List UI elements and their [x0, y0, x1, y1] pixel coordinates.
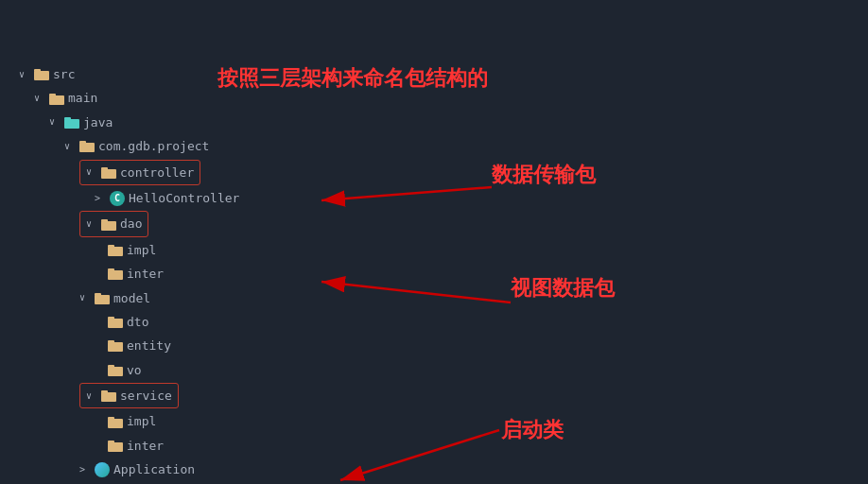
svg-rect-1 — [34, 69, 41, 72]
main-container: 按照三层架构来命名包结构的 src main — [0, 47, 868, 484]
tree-row-service: service — [79, 382, 378, 409]
svg-rect-12 — [108, 247, 123, 256]
svg-rect-4 — [64, 119, 79, 129]
label-model: model — [113, 287, 150, 309]
arrow-service — [86, 388, 97, 405]
label-com: com.gdb.project — [98, 135, 209, 157]
folder-icon-service-inter — [108, 440, 123, 452]
label-vo: vo — [127, 359, 142, 381]
svg-rect-24 — [101, 392, 116, 402]
arrow-hellocontroller — [95, 190, 106, 207]
title-annotation: 按照三层架构来命名包结构的 — [217, 64, 488, 93]
annotation-startup: 启动类 — [501, 416, 564, 444]
folder-icon-com — [79, 140, 95, 152]
svg-rect-10 — [101, 221, 116, 231]
svg-rect-17 — [95, 293, 101, 296]
tree-row-com: com.gdb.project — [64, 134, 378, 158]
folder-icon-dao-inter — [108, 268, 123, 280]
arrow-controller — [86, 164, 97, 181]
folder-icon-dao-impl — [108, 244, 123, 256]
svg-rect-0 — [34, 71, 49, 80]
svg-rect-25 — [101, 390, 108, 393]
folder-icon-dto — [108, 316, 123, 328]
svg-rect-18 — [108, 319, 123, 328]
tree-row-dto: dto — [95, 310, 378, 334]
arrow-java — [49, 113, 61, 130]
svg-rect-28 — [108, 442, 123, 452]
svg-rect-29 — [108, 441, 114, 443]
label-main: main — [68, 87, 97, 109]
tree-row-dao-inter: inter — [95, 262, 378, 285]
folder-icon-vo — [108, 364, 123, 376]
svg-rect-8 — [101, 169, 116, 179]
svg-rect-13 — [108, 245, 114, 248]
folder-icon-entity — [108, 339, 123, 352]
class-icon-c: C — [110, 191, 125, 206]
tree-row-vo: vo — [95, 358, 378, 382]
arrow-model — [79, 289, 91, 306]
label-entity: entity — [127, 335, 171, 356]
label-dao-inter: inter — [127, 263, 164, 285]
label-hellocontroller: HelloController — [129, 187, 239, 209]
tree-row-dao-impl: impl — [95, 238, 378, 262]
folder-icon-service-impl — [108, 416, 123, 428]
annotation-data-transfer: 数据传输包 — [492, 161, 596, 189]
folder-icon-src — [34, 68, 49, 80]
annotation-view-data: 视图数据包 — [511, 274, 615, 302]
svg-rect-16 — [95, 295, 110, 304]
svg-rect-11 — [101, 219, 108, 222]
arrow-main — [34, 90, 45, 107]
arrow-src — [19, 66, 30, 83]
label-java: java — [83, 112, 113, 133]
svg-rect-15 — [108, 268, 114, 271]
label-service-impl: impl — [127, 410, 156, 432]
folder-icon-dao — [101, 218, 116, 231]
folder-icon-controller — [101, 166, 116, 179]
file-tree: src main java com — [0, 47, 397, 484]
svg-rect-6 — [79, 143, 95, 152]
tree-row-application: Application — [79, 458, 378, 481]
folder-icon-service — [101, 389, 116, 402]
tree-row-controller: controller — [79, 159, 378, 186]
tree-row-hellocontroller: C HelloController — [95, 186, 378, 210]
arrow-application — [79, 461, 91, 478]
svg-rect-23 — [108, 365, 114, 368]
label-service-inter: inter — [127, 435, 164, 457]
folder-icon-java — [64, 116, 79, 129]
app-icon — [95, 462, 110, 477]
label-dao-impl: impl — [127, 239, 156, 261]
svg-rect-20 — [108, 342, 123, 352]
label-src: src — [53, 63, 75, 85]
tree-row-java: java — [49, 111, 378, 134]
svg-rect-14 — [108, 270, 123, 280]
arrow-dao — [86, 216, 97, 233]
tree-row-dao: dao — [79, 210, 378, 237]
svg-rect-21 — [108, 340, 114, 343]
svg-rect-9 — [101, 167, 108, 170]
tree-row-model: model — [79, 286, 378, 310]
label-application: Application — [113, 458, 195, 480]
svg-rect-7 — [79, 141, 86, 144]
arrow-com — [64, 138, 76, 155]
folder-icon-model — [95, 292, 110, 304]
svg-rect-26 — [108, 419, 123, 428]
svg-rect-3 — [49, 94, 56, 96]
tree-row-entity: entity — [95, 334, 378, 357]
tree-row-service-inter: inter — [95, 434, 378, 458]
svg-rect-19 — [108, 317, 114, 320]
svg-rect-5 — [64, 117, 71, 120]
folder-icon-main — [49, 93, 64, 105]
svg-rect-22 — [108, 367, 123, 376]
label-service: service — [120, 385, 172, 406]
svg-rect-2 — [49, 95, 64, 105]
svg-rect-27 — [108, 417, 114, 420]
tree-row-service-impl: impl — [95, 409, 378, 433]
label-dto: dto — [127, 311, 148, 333]
label-controller: controller — [120, 162, 194, 183]
label-dao: dao — [120, 213, 142, 234]
